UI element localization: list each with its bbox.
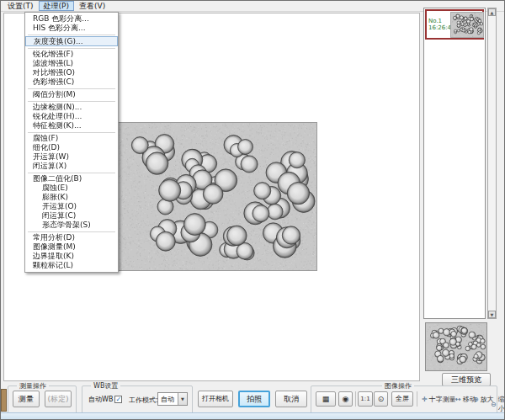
menu-item-0[interactable]: RGB 色彩分离...: [25, 14, 118, 24]
menu-item-21[interactable]: 图像二值化(B): [25, 174, 118, 183]
one-to-one-icon: 1:1: [360, 396, 369, 402]
menu-item-8[interactable]: 伪彩增强(C): [25, 77, 118, 87]
menu-view[interactable]: 查看(V): [74, 1, 110, 11]
menu-settings[interactable]: 设置(T): [3, 1, 39, 11]
preview-3d-button[interactable]: 三维预览: [442, 373, 491, 386]
menu-item-6[interactable]: 滤波增强(L): [25, 59, 118, 68]
color-mode-button[interactable]: ◉: [338, 391, 353, 407]
work-mode-value: 自动: [158, 395, 178, 404]
wb-group-label: WB设置: [91, 381, 120, 391]
particle-image[interactable]: [114, 122, 317, 271]
menu-item-31[interactable]: 颗粒标记(L): [25, 261, 118, 270]
menu-item-19[interactable]: 闭运算(X): [25, 162, 118, 171]
mode-crosshair-label: 十字测量: [429, 395, 456, 404]
menu-item-17[interactable]: 细化(D): [25, 143, 118, 152]
capture-thumbnail: [450, 12, 484, 38]
zoom-in-icon: ⊕: [473, 396, 479, 403]
open-camera-button[interactable]: 打开相机: [198, 391, 233, 407]
work-mode-select[interactable]: 自动 ▼: [157, 392, 188, 406]
menu-item-28[interactable]: 常用分析(D): [25, 233, 118, 242]
process-menu-dropdown: RGB 色彩分离...HIS 色彩分离...灰度变换(G)...锐化增强(F)滤…: [24, 12, 119, 273]
menu-separator: [28, 88, 115, 89]
fullscreen-button[interactable]: 全屏: [391, 391, 413, 407]
one-to-one-button[interactable]: 1:1: [358, 391, 373, 407]
auto-wb-row: 自动WB ✓: [88, 395, 122, 404]
auto-wb-label: 自动WB: [88, 395, 113, 404]
menu-item-23[interactable]: 膨胀(K): [25, 193, 118, 202]
menu-separator: [28, 173, 115, 173]
capture-list-scrollbar[interactable]: ▲ ▼: [487, 8, 497, 319]
menu-item-12[interactable]: 边缘检测(N)...: [25, 103, 118, 112]
magnifier-icon: ⊙: [378, 395, 385, 403]
app-window: 设置(T) 处理(P) 查看(V) RGB 色彩分离...HIS 色彩分离...…: [0, 0, 505, 420]
capture-index: No.1: [428, 18, 450, 24]
menu-separator: [28, 231, 115, 232]
status-strip: [1, 412, 504, 419]
menu-process[interactable]: 处理(P): [39, 1, 74, 11]
scroll-down-icon[interactable]: ▼: [488, 311, 496, 318]
color-dot-icon: ◉: [343, 395, 349, 403]
magnifier-button[interactable]: ⊙: [374, 391, 388, 407]
move-icon: ↔: [455, 396, 461, 403]
menu-separator: [28, 35, 115, 35]
scroll-up-icon[interactable]: ▲: [488, 8, 496, 16]
toolbar-divider: [417, 391, 417, 407]
menu-item-16[interactable]: 腐蚀(F): [25, 134, 118, 143]
menu-item-1[interactable]: HIS 色彩分离...: [25, 24, 118, 33]
calibrate-button[interactable]: (标定): [45, 391, 72, 407]
capture-list[interactable]: No.1 16:26:44: [423, 8, 486, 319]
preview-panel: [425, 322, 487, 373]
menu-item-30[interactable]: 边界提取(K): [25, 252, 118, 261]
image-display-button[interactable]: ▦: [316, 391, 336, 407]
menu-item-24[interactable]: 开运算(O): [25, 202, 118, 211]
view-group-label: 图像操作: [382, 381, 414, 391]
menu-item-18[interactable]: 开运算(W): [25, 152, 118, 162]
menu-item-25[interactable]: 闭运算(C): [25, 211, 118, 221]
crosshair-icon: ✛: [422, 396, 428, 403]
menu-item-10[interactable]: 阈值分割(M): [25, 90, 118, 99]
measure-group-label: 测量操作: [17, 381, 49, 391]
menu-separator: [28, 48, 115, 49]
image-grid-icon: ▦: [322, 395, 330, 403]
auto-wb-checkbox[interactable]: ✓: [114, 396, 122, 403]
menu-item-13[interactable]: 锐化处理(H)...: [25, 112, 118, 121]
zoom-out-icon: ⊖: [491, 401, 497, 408]
menu-item-5[interactable]: 锐化增强(F): [25, 50, 118, 59]
chevron-down-icon[interactable]: ▼: [178, 393, 187, 405]
work-mode-label: 工作模式:: [129, 396, 158, 405]
mode-crosshair[interactable]: ✛ 十字测量: [422, 395, 456, 404]
menu-item-7[interactable]: 对比增强(O): [25, 68, 118, 77]
capture-meta: No.1 16:26:44: [427, 18, 450, 31]
capture-time: 16:26:44: [428, 24, 450, 31]
mode-zoom-out[interactable]: ⊖ 缩小: [491, 395, 505, 413]
menu-item-14[interactable]: 特征检测(K)...: [25, 121, 118, 130]
edge-color-swatch: [1, 389, 7, 412]
cancel-button[interactable]: 取消: [275, 391, 307, 407]
fullscreen-label: 全屏: [396, 395, 409, 402]
menu-item-26[interactable]: 形态学骨架(S): [25, 221, 118, 230]
capture-list-item-selected[interactable]: No.1 16:26:44: [425, 9, 484, 40]
menu-separator: [28, 132, 115, 133]
menu-separator: [28, 101, 115, 102]
menu-item-3[interactable]: 灰度变换(G)...: [25, 36, 118, 46]
menu-item-22[interactable]: 腐蚀(E): [25, 183, 118, 193]
measure-button[interactable]: 测量: [13, 391, 40, 407]
preview-thumbnail[interactable]: [425, 322, 487, 371]
toolbar-divider: [355, 391, 356, 407]
capture-button[interactable]: 拍照: [238, 391, 270, 407]
menu-item-29[interactable]: 图像测量(M): [25, 242, 118, 252]
mode-zoom-out-label: 缩小: [498, 395, 505, 413]
